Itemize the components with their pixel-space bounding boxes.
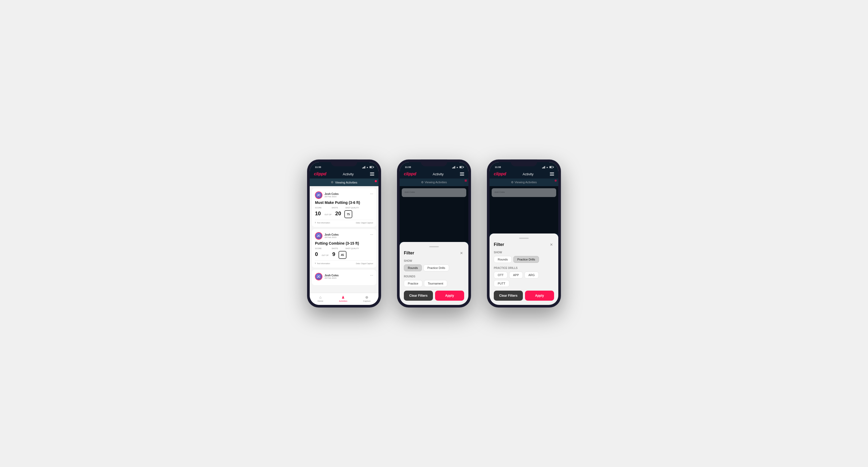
apply-button[interactable]: Apply bbox=[435, 291, 464, 301]
score-label: Score bbox=[315, 207, 321, 209]
phone-notch bbox=[421, 159, 447, 166]
viewing-banner-text: Viewing Activities bbox=[335, 181, 357, 184]
app-header: clippd Activity bbox=[490, 169, 558, 179]
viewing-banner[interactable]: ⚙ Viewing Activities bbox=[310, 179, 378, 186]
filter-actions: Clear Filters Apply bbox=[404, 291, 464, 301]
stats-labels: Score Shots Shot Quality bbox=[315, 207, 373, 209]
signal-icon bbox=[452, 166, 455, 168]
shots-label: Shots bbox=[332, 207, 338, 209]
dimmed-banner: ⚙ Viewing Activities bbox=[400, 179, 468, 186]
filter-icon: ⚙ bbox=[331, 181, 334, 184]
status-icons: ▲ bbox=[542, 166, 553, 168]
phone-2: 11:33 ▲ clippd Activity bbox=[397, 159, 471, 308]
app-header: clippd Activity bbox=[310, 169, 378, 179]
activities-icon: ♟ bbox=[341, 295, 345, 299]
logo: clippd bbox=[314, 172, 327, 176]
nav-capture[interactable]: ⊕ Capture bbox=[363, 295, 371, 302]
activities-label: Activities bbox=[339, 300, 347, 302]
phone-1: 11:33 ▲ clippd Activity bbox=[307, 159, 381, 308]
shot-quality-badge: 75 bbox=[344, 210, 352, 218]
avatar: JC bbox=[315, 232, 322, 240]
footer-data: Data: Clippd Capture bbox=[356, 222, 373, 224]
wifi-icon: ▲ bbox=[366, 166, 368, 168]
home-label: Home bbox=[318, 300, 323, 302]
nav-activities[interactable]: ♟ Activities bbox=[339, 295, 347, 302]
activity-title: Must Make Putting (3-6 ft) bbox=[315, 200, 373, 205]
rounds-chip[interactable]: Rounds bbox=[494, 256, 512, 263]
bottom-nav: ⌂ Home ♟ Activities ⊕ Capture bbox=[310, 293, 378, 305]
user-date: 28 Feb 2023 bbox=[324, 277, 339, 279]
practice-chip[interactable]: Practice bbox=[404, 280, 422, 287]
activity-card-2: JC Josh Coles 28 Feb 2023 ··· Putting Co… bbox=[312, 229, 376, 268]
logo: clippd bbox=[404, 172, 416, 176]
sheet-handle bbox=[429, 246, 439, 247]
card-footer: ℹ Test Information Data: Clippd Capture bbox=[315, 260, 373, 264]
ott-chip[interactable]: OTT bbox=[494, 272, 507, 278]
hamburger-menu[interactable] bbox=[460, 173, 464, 176]
activity-card-1: JC Josh Coles 28 Feb 2023 ··· Must Make … bbox=[312, 188, 376, 227]
status-icons: ▲ bbox=[452, 166, 463, 168]
shot-quality-label: Shot Quality bbox=[345, 207, 359, 209]
app-chip[interactable]: APP bbox=[509, 272, 523, 278]
app-header: clippd Activity bbox=[400, 169, 468, 179]
user-date: 28 Feb 2023 bbox=[324, 236, 339, 239]
tournament-chip[interactable]: Tournament bbox=[424, 280, 447, 287]
show-label: Show bbox=[494, 251, 554, 254]
signal-icon bbox=[542, 166, 545, 168]
sheet-header: Filter ✕ bbox=[404, 250, 464, 256]
stats-row: 0 OUT OF 9 45 bbox=[315, 251, 373, 259]
practice-drills-chip[interactable]: Practice Drills bbox=[513, 256, 539, 263]
hamburger-menu[interactable] bbox=[550, 173, 554, 176]
dimmed-inner: Josh Coles bbox=[400, 186, 468, 242]
close-button[interactable]: ✕ bbox=[459, 250, 464, 256]
signal-icon bbox=[362, 166, 365, 168]
rounds-chip[interactable]: Rounds bbox=[404, 264, 422, 271]
user-name: Josh Coles bbox=[324, 192, 339, 195]
battery-icon bbox=[459, 166, 463, 168]
header-title: Activity bbox=[523, 172, 533, 176]
phone-notch bbox=[331, 159, 357, 166]
activity-title: Putting Combine (3-15 ft) bbox=[315, 241, 373, 245]
card-header: JC Josh Coles 28 Feb 2023 ··· bbox=[315, 191, 373, 199]
user-name: Josh Coles bbox=[324, 274, 339, 277]
clear-filters-button[interactable]: Clear Filters bbox=[404, 291, 433, 301]
rounds-section-label: Rounds bbox=[404, 275, 464, 278]
phone-inner: 11:33 ▲ clippd Activity bbox=[310, 162, 378, 305]
phone-notch bbox=[511, 159, 537, 166]
score-value: 0 bbox=[315, 251, 318, 257]
clear-filters-button[interactable]: Clear Filters bbox=[494, 291, 523, 301]
arg-chip[interactable]: ARG bbox=[524, 272, 539, 278]
footer-info: ℹ Test Information bbox=[315, 222, 330, 224]
more-options[interactable]: ··· bbox=[370, 232, 373, 237]
out-of: OUT OF bbox=[324, 214, 331, 216]
status-icons: ▲ bbox=[362, 166, 373, 168]
sheet-handle bbox=[519, 238, 529, 239]
card-footer: ℹ Test Information Data: Clippd Capture bbox=[315, 220, 373, 224]
footer-info: ℹ Test Information bbox=[315, 262, 330, 264]
shots-label: Shots bbox=[332, 248, 338, 249]
practice-drills-section-label: Practice Drills bbox=[494, 267, 554, 270]
logo: clippd bbox=[494, 172, 506, 176]
round-type-chips: Practice Tournament bbox=[404, 280, 464, 287]
home-icon: ⌂ bbox=[319, 295, 321, 299]
close-button[interactable]: ✕ bbox=[549, 242, 554, 247]
more-options[interactable]: ··· bbox=[370, 273, 373, 277]
practice-drills-chip[interactable]: Practice Drills bbox=[424, 264, 449, 271]
more-options[interactable]: ··· bbox=[370, 191, 373, 196]
wifi-icon: ▲ bbox=[546, 166, 548, 168]
user-name: Josh Coles bbox=[324, 233, 339, 236]
apply-button[interactable]: Apply bbox=[525, 291, 554, 301]
time: 11:33 bbox=[315, 166, 321, 168]
score-value: 10 bbox=[315, 211, 321, 217]
nav-home[interactable]: ⌂ Home bbox=[318, 295, 323, 302]
dimmed-inner: Josh Coles bbox=[490, 186, 558, 234]
dimmed-content: ⚙ Viewing Activities Josh Coles Filter ✕… bbox=[490, 179, 558, 305]
wifi-icon: ▲ bbox=[456, 166, 458, 168]
show-chips: Rounds Practice Drills bbox=[404, 264, 464, 271]
card-header: JC Josh Coles 28 Feb 2023 ··· bbox=[315, 273, 373, 280]
hamburger-menu[interactable] bbox=[370, 173, 374, 176]
shot-quality-label: Shot Quality bbox=[345, 248, 359, 249]
activity-card-3: JC Josh Coles 28 Feb 2023 ··· bbox=[312, 270, 376, 285]
putt-chip[interactable]: PUTT bbox=[494, 280, 509, 287]
avatar: JC bbox=[315, 273, 322, 280]
